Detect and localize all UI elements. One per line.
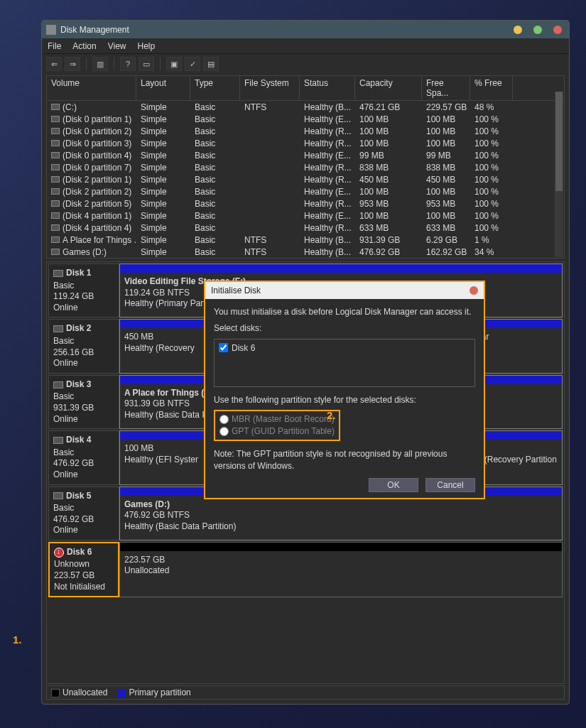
disk-icon [53,492,63,499]
volume-icon [51,176,60,183]
disk-icon [54,548,64,558]
volume-icon [51,164,60,170]
volume-icon [51,212,60,219]
close-icon[interactable] [553,26,562,34]
forward-button[interactable]: ⇒ [65,57,80,71]
disk-header[interactable]: Disk 5 Basic476.92 GBOnline [48,487,119,540]
col-capacity[interactable]: Capacity [355,76,422,100]
partition-style-group: MBR (Master Boot Record) GPT (GUID Parti… [214,410,340,441]
disk-select-list[interactable]: Disk 6 [214,339,475,387]
gpt-radio[interactable]: GPT (GUID Partition Table) [219,425,335,438]
volume-icon [51,152,60,158]
table-row[interactable]: (C:) SimpleBasicNTFS Healthy (B...476.21… [47,101,564,113]
initialise-disk-dialog: Initialise Disk You must initialise a di… [204,281,485,499]
col-pct[interactable]: % Free [470,76,513,100]
col-volume[interactable]: Volume [47,76,136,100]
menubar: File Action View Help [42,38,569,54]
ok-button[interactable]: OK [369,478,418,492]
volume-icon [51,104,60,110]
toolbar-btn[interactable]: ✓ [185,57,200,71]
disk-row: Disk 6 Unknown223.57 GBNot Initialised22… [48,542,563,597]
table-row[interactable]: (Disk 4 partition 4) SimpleBasic Healthy… [47,222,564,234]
annotation-1: 1. [13,634,22,646]
dialog-title: Initialise Disk [211,286,261,295]
col-free[interactable]: Free Spa... [422,76,470,100]
disk-icon [53,325,63,332]
toolbar-btn[interactable]: ▥ [92,57,108,71]
disk-header[interactable]: Disk 3 Basic931.39 GBOnline [48,375,119,429]
table-row[interactable]: (Disk 0 partition 1) SimpleBasic Healthy… [47,113,564,125]
toolbar-btn[interactable]: ▭ [139,57,154,71]
dialog-message: You must initialise a disk before Logica… [214,306,475,318]
scrollbar[interactable] [555,92,563,257]
help-button[interactable]: ? [120,57,136,71]
disk6-checkbox[interactable]: Disk 6 [219,342,470,354]
toolbar: ⇐ ⇒ ▥ ? ▭ ▣ ✓ ▤ [42,54,569,74]
col-fs[interactable]: File System [240,76,300,100]
col-type[interactable]: Type [190,76,240,100]
legend-primary: Primary partition [129,688,190,697]
select-disks-label: Select disks: [214,322,475,335]
legend: Unallocated Primary partition [46,685,565,700]
toolbar-btn[interactable]: ▣ [166,57,182,71]
disk-icon [53,270,63,277]
partition-style-label: Use the following partition style for th… [214,394,475,406]
partition[interactable]: 223.57 GBUnallocated [119,542,563,597]
volume-icon [51,188,60,195]
table-row[interactable]: (Disk 0 partition 7) SimpleBasic Healthy… [47,161,564,173]
cancel-button[interactable]: Cancel [425,478,475,492]
toolbar-btn[interactable]: ▤ [203,57,219,71]
back-button[interactable]: ⇐ [46,57,62,71]
dialog-titlebar[interactable]: Initialise Disk [205,282,484,299]
table-row[interactable]: A Place for Things ... SimpleBasicNTFS H… [47,234,564,246]
table-row[interactable]: Games (D:) SimpleBasicNTFS Healthy (B...… [47,246,564,258]
legend-primary-swatch [117,689,126,697]
volume-icon [51,249,60,255]
table-row[interactable]: (Disk 2 partition 5) SimpleBasic Healthy… [47,197,564,210]
legend-unallocated-swatch [51,689,60,697]
volume-icon [51,128,60,134]
volume-icon [51,140,60,146]
disk-icon [53,381,63,389]
table-row[interactable]: (Disk 2 partition 2) SimpleBasic Healthy… [47,185,564,197]
menu-view[interactable]: View [108,41,126,51]
menu-help[interactable]: Help [138,41,156,51]
table-row[interactable]: (Disk 4 partition 1) SimpleBasic Healthy… [47,210,564,222]
annotation-2: 2. [327,409,336,421]
disk-header[interactable]: Disk 6 Unknown223.57 GBNot Initialised [48,542,119,597]
col-status[interactable]: Status [300,76,355,100]
volume-icon [51,237,60,243]
window-title: Disk Management [60,25,129,35]
table-row[interactable]: (Disk 0 partition 2) SimpleBasic Healthy… [47,125,564,137]
dialog-close-icon[interactable] [470,286,478,295]
volume-table: Volume Layout Type File System Status Ca… [46,75,565,259]
col-layout[interactable]: Layout [136,76,190,100]
legend-unallocated: Unallocated [63,688,107,697]
table-row[interactable]: (Disk 2 partition 1) SimpleBasic Healthy… [47,173,564,185]
volume-icon [51,200,60,207]
partition[interactable]: 100 MBHealthy (EFI Syster [119,430,207,484]
table-row[interactable]: (Disk 0 partition 4) SimpleBasic Healthy… [47,149,564,161]
disk-header[interactable]: Disk 2 Basic256.16 GBOnline [48,319,119,373]
table-row[interactable]: (Disk 0 partition 3) SimpleBasic Healthy… [47,137,564,149]
disk-icon [53,437,63,444]
menu-action[interactable]: Action [72,41,96,51]
disk-header[interactable]: Disk 4 Basic476.92 GBOnline [48,430,119,484]
minimize-icon[interactable] [514,26,522,34]
disk6-checkbox-input[interactable] [219,343,228,352]
mbr-radio[interactable]: MBR (Master Boot Record) [219,413,335,425]
volume-icon [51,116,60,122]
volume-icon [51,224,60,231]
titlebar[interactable]: Disk Management [42,21,569,38]
menu-file[interactable]: File [48,41,61,51]
gpt-note: Note: The GPT partition style is not rec… [214,448,475,472]
disk-header[interactable]: Disk 1 Basic119.24 GBOnline [48,264,119,317]
maximize-icon[interactable] [533,26,542,34]
app-icon [46,25,56,35]
